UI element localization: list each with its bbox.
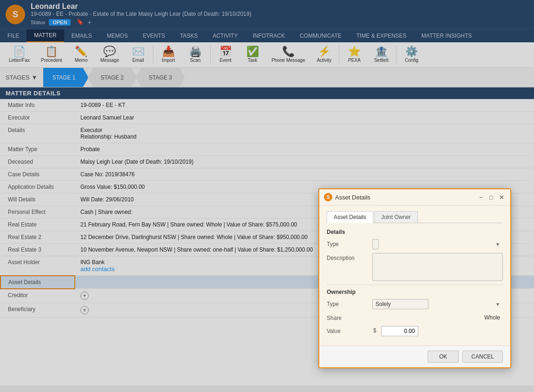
dialog-title: Asset Details (335, 194, 370, 201)
type-select-wrapper: ▼ (372, 239, 503, 249)
ok-button[interactable]: OK (428, 351, 459, 363)
ownership-type-select-wrapper: Solely Joint Tenants in Common ▼ (372, 299, 503, 309)
type-row: Type ▼ (327, 239, 503, 249)
description-textarea[interactable] (372, 253, 503, 281)
value-label: Value (327, 326, 369, 334)
dialog-titlebar: S Asset Details − □ ✕ (319, 189, 510, 206)
dialog-logo: S (324, 193, 332, 201)
dollar-prefix: $ (372, 326, 377, 335)
dialog-maximize-button[interactable]: □ (487, 193, 495, 201)
ownership-section-label: Ownership (327, 289, 503, 295)
ownership-type-select[interactable]: Solely Joint Tenants in Common (372, 299, 429, 309)
description-row: Description (327, 253, 503, 281)
cancel-button[interactable]: CANCEL (462, 351, 503, 363)
type-select-arrow-icon: ▼ (495, 242, 500, 247)
dialog-title-left: S Asset Details (324, 193, 370, 201)
type-label: Type (327, 239, 369, 247)
share-value: Whole (372, 313, 503, 322)
dialog-tabs: Asset Details Joint Owner (327, 211, 503, 223)
value-input[interactable] (381, 326, 418, 336)
dialog-body: Asset Details Joint Owner Details Type ▼… (319, 206, 510, 345)
ownership-type-arrow-icon: ▼ (495, 302, 500, 307)
dialog-controls: − □ ✕ (477, 193, 506, 201)
type-select[interactable] (372, 239, 379, 249)
share-row: Share Whole (327, 313, 503, 322)
tab-asset-details[interactable]: Asset Details (327, 211, 373, 223)
details-section-label: Details (327, 229, 503, 235)
share-label: Share (327, 313, 369, 321)
dialog-footer: OK CANCEL (319, 345, 510, 367)
tab-joint-owner[interactable]: Joint Owner (374, 211, 418, 223)
dialog-close-button[interactable]: ✕ (497, 193, 506, 201)
dialog-minimize-button[interactable]: − (477, 193, 485, 201)
value-row: Value $ (327, 326, 503, 336)
ownership-section: Ownership Type Solely Joint Tenants in C… (327, 285, 503, 336)
ownership-type-row: Type Solely Joint Tenants in Common ▼ (327, 299, 503, 309)
asset-details-dialog: S Asset Details − □ ✕ Asset Details Join… (318, 188, 511, 368)
ownership-type-label: Type (327, 299, 369, 307)
description-label: Description (327, 253, 369, 261)
